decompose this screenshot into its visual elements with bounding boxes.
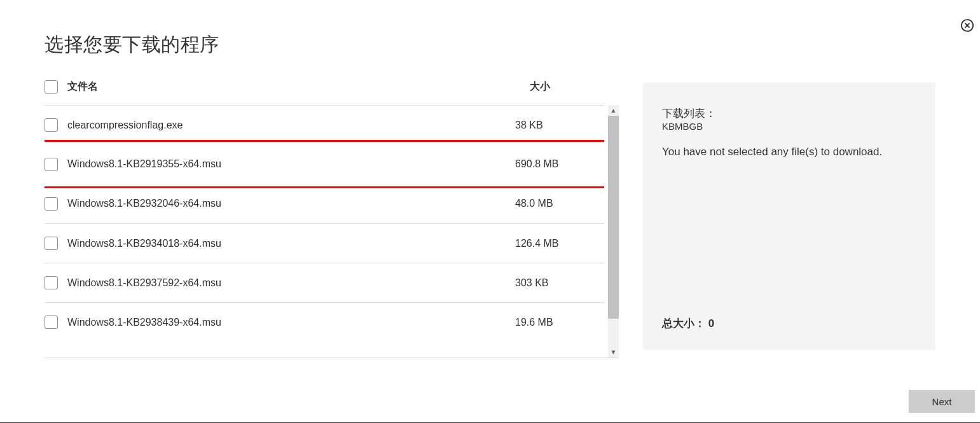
file-list: clearcompressionflag.exe 38 KB Windows8.… (45, 105, 604, 357)
close-button[interactable] (960, 18, 975, 33)
total-size-label: 总大小： (662, 317, 705, 329)
file-row[interactable]: Windows8.1-KB2919355-x64.msu 690.8 MB (45, 144, 604, 184)
file-checkbox[interactable] (45, 197, 58, 211)
file-size: 126.4 MB (515, 238, 604, 249)
file-row[interactable]: Windows8.1-KB2937592-x64.msu 303 KB (45, 263, 604, 302)
left-panel: 选择您要下载的程序 文件名 大小 clearcompressionflag.ex… (45, 32, 619, 375)
scroll-track[interactable] (608, 116, 619, 347)
file-checkbox[interactable] (45, 237, 58, 250)
total-size-value: 0 (708, 317, 714, 329)
file-row[interactable]: Windows8.1-KB2932046-x64.msu 48.0 MB (45, 184, 604, 223)
file-checkbox[interactable] (45, 118, 58, 132)
file-name: Windows8.1-KB2938439-x64.msu (67, 317, 515, 328)
file-row[interactable]: Windows8.1-KB2938439-x64.msu 19.6 MB (45, 302, 604, 342)
file-name: clearcompressionflag.exe (67, 120, 515, 131)
file-name: Windows8.1-KB2937592-x64.msu (67, 277, 515, 289)
file-row[interactable]: Windows8.1-KB2934018-x64.msu 126.4 MB (45, 223, 604, 263)
file-size: 19.6 MB (515, 317, 604, 328)
no-selection-message: You have not selected any file(s) to dow… (662, 146, 916, 316)
scroll-thumb[interactable] (608, 116, 619, 319)
next-button[interactable]: Next (909, 390, 975, 413)
scroll-down-arrow[interactable]: ▼ (608, 347, 619, 357)
download-list-label: 下载列表： (662, 107, 916, 121)
table-header: 文件名 大小 (45, 80, 619, 105)
select-all-checkbox[interactable] (45, 80, 58, 94)
page-title: 选择您要下载的程序 (45, 32, 619, 58)
file-checkbox[interactable] (45, 316, 58, 329)
file-name: Windows8.1-KB2932046-x64.msu (67, 198, 515, 209)
download-units: KBMBGB (662, 121, 916, 132)
column-filename-header: 文件名 (67, 80, 530, 94)
file-checkbox[interactable] (45, 158, 58, 171)
file-row[interactable]: clearcompressionflag.exe 38 KB (45, 105, 604, 144)
close-icon (960, 18, 974, 32)
footer: Next (909, 390, 975, 413)
right-panel: 下载列表： KBMBGB You have not selected any f… (643, 83, 935, 350)
column-size-header: 大小 (530, 80, 619, 94)
file-size: 38 KB (515, 120, 604, 131)
file-checkbox[interactable] (45, 276, 58, 289)
file-name: Windows8.1-KB2934018-x64.msu (67, 238, 515, 249)
scroll-up-arrow[interactable]: ▲ (608, 105, 619, 116)
file-size: 690.8 MB (515, 158, 604, 170)
scrollbar[interactable]: ▲ ▼ (608, 105, 619, 357)
file-name: Windows8.1-KB2919355-x64.msu (67, 158, 515, 170)
file-size: 303 KB (515, 277, 604, 289)
total-size: 总大小： 0 (662, 316, 916, 331)
file-size: 48.0 MB (515, 198, 604, 209)
